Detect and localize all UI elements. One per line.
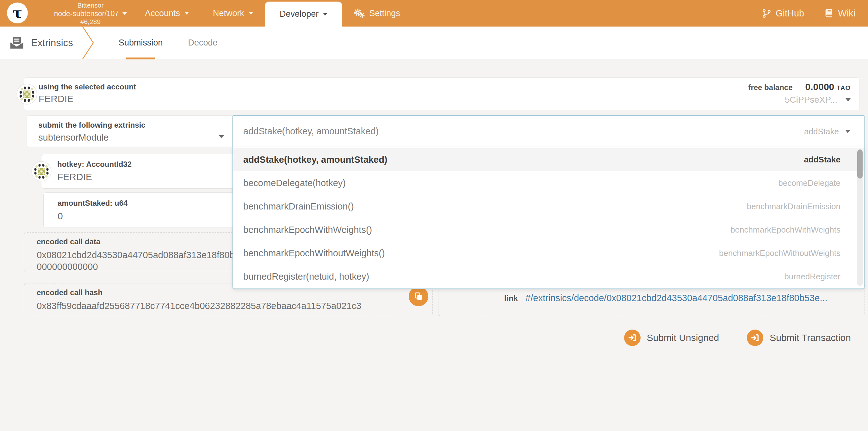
- main-navigation: Accounts Network Developer Settings: [133, 0, 412, 27]
- chevron-down-icon: [845, 130, 850, 133]
- account-selector-label: using the selected account: [39, 82, 136, 91]
- section-title: Extrinsics: [9, 27, 73, 59]
- chain-selector[interactable]: Bittensor node-subtensor/107 #6,289: [37, 2, 144, 26]
- chevron-down-icon: [323, 13, 328, 15]
- method-option-benchmarkdrainemission[interactable]: benchmarkDrainEmission() benchmarkDrainE…: [233, 195, 864, 218]
- method-name: benchmarkEpochWithoutWeights: [719, 248, 840, 258]
- account-name: FERDIE: [39, 94, 73, 104]
- decode-link[interactable]: #/extrinsics/decode/0x08021cbd2d43530a44…: [525, 293, 828, 303]
- breadcrumb-chevron: [82, 27, 96, 59]
- logo-tau-glyph: τ: [13, 4, 23, 22]
- book-icon: [825, 9, 833, 18]
- submit-actions: Submit Unsigned Submit Transaction: [624, 330, 851, 346]
- account-address: 5CiPPseXP...: [785, 95, 837, 105]
- link-label: link: [504, 294, 518, 303]
- extrinsic-section-label: submit the following extrinsic: [38, 121, 146, 130]
- chain-name: Bittensor: [37, 2, 144, 9]
- method-signature: burnedRegister(netuid, hotkey): [243, 271, 369, 282]
- top-header: τ Bittensor node-subtensor/107 #6,289 Ac…: [0, 0, 868, 27]
- git-branch-icon: [762, 9, 771, 18]
- method-option-benchmarkepochwithoutweights[interactable]: benchmarkEpochWithoutWeights() benchmark…: [233, 241, 864, 265]
- method-option-addstake[interactable]: addStake(hotkey, amountStaked) addStake: [233, 148, 864, 171]
- dropdown-scrollbar[interactable]: [857, 150, 863, 286]
- wiki-link[interactable]: Wiki: [825, 8, 855, 19]
- github-link[interactable]: GitHub: [762, 8, 804, 19]
- copy-call-hash-button[interactable]: [409, 287, 428, 306]
- extrinsic-section-select[interactable]: submit the following extrinsic subtensor…: [27, 115, 232, 147]
- free-balance-value: 0.0000: [805, 81, 834, 92]
- account-address-dropdown[interactable]: 5CiPPseXP...: [785, 95, 850, 105]
- chevron-down-icon: [184, 12, 189, 14]
- hotkey-identicon[interactable]: [31, 161, 52, 181]
- method-signature: benchmarkEpochWithWeights(): [243, 225, 372, 235]
- method-signature: becomeDelegate(hotkey): [243, 178, 346, 188]
- method-option-becomedelegate[interactable]: becomeDelegate(hotkey) becomeDelegate: [233, 171, 864, 195]
- account-selector-card[interactable]: using the selected account FERDIE free b…: [24, 77, 860, 110]
- account-identicon[interactable]: [17, 84, 37, 105]
- amount-staked-label: amountStaked: u64: [58, 199, 127, 208]
- sign-in-icon: [747, 330, 763, 346]
- tab-bar: Extrinsics Submission Decode: [0, 27, 868, 59]
- balance-unit: TAO: [837, 85, 850, 91]
- method-name: burnedRegister: [784, 272, 840, 281]
- encoded-call-hash-label: encoded call hash: [37, 288, 432, 297]
- sign-in-icon: [624, 330, 641, 346]
- method-name: benchmarkDrainEmission: [747, 202, 840, 211]
- method-search-input[interactable]: addStake(hotkey, amountStaked) addStake: [232, 115, 865, 147]
- encoded-call-hash-value: 0x83ff59cdaaafd255687718c7741cce4b062328…: [37, 300, 432, 312]
- hotkey-param-value: FERDIE: [57, 172, 92, 182]
- submit-transaction-button[interactable]: Submit Transaction: [747, 330, 851, 346]
- copy-icon: [414, 292, 423, 301]
- method-option-benchmarkepochwithweights[interactable]: benchmarkEpochWithWeights() benchmarkEpo…: [233, 218, 864, 241]
- method-name: benchmarkEpochWithWeights: [731, 225, 840, 235]
- method-option-burnedregister[interactable]: burnedRegister(netuid, hotkey) burnedReg…: [233, 265, 864, 288]
- chevron-down-icon: [219, 135, 224, 138]
- method-options-menu: addStake(hotkey, amountStaked) addStake …: [232, 147, 865, 289]
- method-signature: addStake(hotkey, amountStaked): [243, 155, 388, 165]
- section-title-label: Extrinsics: [31, 37, 73, 49]
- method-name: becomeDelegate: [778, 178, 840, 188]
- extrinsic-section-value: subtensorModule: [38, 132, 108, 143]
- chevron-down-icon: [122, 12, 127, 15]
- scrollbar-thumb[interactable]: [857, 150, 863, 178]
- method-name: addStake: [804, 155, 840, 165]
- main-content: using the selected account FERDIE free b…: [0, 59, 868, 431]
- tab-submission[interactable]: Submission: [106, 27, 176, 59]
- settings-gears-icon: [354, 8, 365, 18]
- bittensor-logo: τ: [7, 3, 28, 23]
- extrinsics-envelope-icon: [9, 37, 24, 49]
- method-signature: benchmarkEpochWithoutWeights(): [243, 248, 385, 259]
- chevron-down-icon: [845, 98, 850, 101]
- block-number: #6,289: [37, 18, 144, 26]
- free-balance-label: free balance: [748, 83, 793, 92]
- method-display-text: addStake(hotkey, amountStaked): [243, 126, 379, 136]
- nav-developer[interactable]: Developer: [265, 2, 342, 27]
- node-name: node-subtensor/107: [54, 9, 119, 18]
- amount-staked-value: 0: [58, 211, 63, 222]
- method-select-dropdown: addStake(hotkey, amountStaked) addStake …: [232, 115, 865, 289]
- method-signature: benchmarkDrainEmission(): [243, 201, 354, 212]
- hotkey-param-label: hotkey: AccountId32: [57, 160, 132, 169]
- submit-unsigned-button[interactable]: Submit Unsigned: [624, 330, 719, 346]
- tab-decode[interactable]: Decode: [176, 27, 230, 59]
- method-selected-name: addStake: [804, 127, 839, 136]
- nav-settings[interactable]: Settings: [342, 0, 412, 27]
- nav-network[interactable]: Network: [201, 0, 265, 27]
- page-tabs: Submission Decode: [106, 27, 230, 59]
- nav-accounts[interactable]: Accounts: [133, 0, 201, 27]
- chevron-down-icon: [249, 12, 253, 14]
